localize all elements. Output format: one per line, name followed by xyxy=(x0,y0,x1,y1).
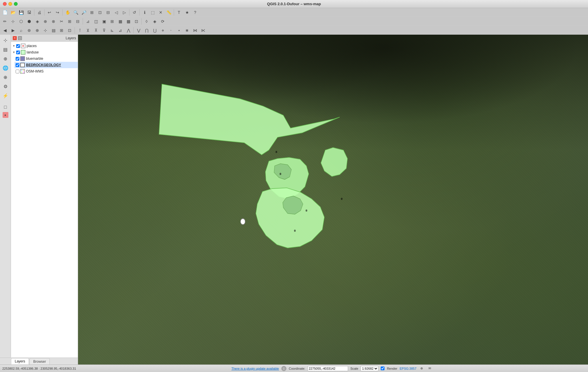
tab-browser[interactable]: Browser xyxy=(29,358,50,364)
misc6-button[interactable]: ⋆ xyxy=(175,27,183,34)
select-button[interactable]: ⬚ xyxy=(149,9,156,16)
edit-pencil-button[interactable]: ✏ xyxy=(1,18,9,25)
processing-sidebar-icon[interactable]: ⚡ xyxy=(1,91,10,100)
cursor-icon[interactable]: ⊹ xyxy=(1,36,10,44)
layer-item-bluemarble[interactable]: bluemarble xyxy=(14,55,78,62)
misc9-button[interactable]: ⋉ xyxy=(199,27,207,34)
edit-tool3-button[interactable]: ⬡ xyxy=(17,18,25,25)
plugin-sidebar-icon[interactable]: ⊕ xyxy=(1,54,10,63)
landuse-checkbox[interactable] xyxy=(16,51,20,54)
grass5-button[interactable]: ⊾ xyxy=(108,27,116,34)
misc1-button[interactable]: ⋁ xyxy=(135,27,142,34)
search2-button[interactable]: ⊛ xyxy=(25,27,33,34)
places-expand-icon[interactable]: ▼ xyxy=(12,44,16,48)
save-project-button[interactable]: 💾 xyxy=(17,9,25,16)
tools-sidebar-icon[interactable]: ⚙ xyxy=(1,82,10,91)
process1-button[interactable]: ▤ xyxy=(50,27,57,34)
layers-float-button[interactable]: ◻ xyxy=(18,36,22,40)
search1-button[interactable]: ⌕ xyxy=(17,27,25,34)
crs-button[interactable]: ⊕ xyxy=(419,366,425,371)
grass4-button[interactable]: ⊽ xyxy=(100,27,108,34)
web-sidebar-icon[interactable]: 🌐 xyxy=(1,64,10,72)
coordinate-input[interactable] xyxy=(308,366,348,371)
edit-tool4-button[interactable]: ⬢ xyxy=(25,18,33,25)
snap4-button[interactable]: ⊞ xyxy=(108,18,116,25)
grass6-button[interactable]: ⊿ xyxy=(117,27,124,34)
landuse-expand-icon[interactable]: ▼ xyxy=(12,51,16,54)
settings-sidebar-icon[interactable]: □ xyxy=(1,103,10,111)
new-project-button[interactable]: 📄 xyxy=(1,9,9,16)
identify-button[interactable]: ℹ xyxy=(141,9,148,16)
layer-item-places[interactable]: ▼ places xyxy=(11,43,78,49)
messages-button[interactable]: ✉ xyxy=(427,366,433,371)
layer-item-bedrockgeology[interactable]: BEDROCKGEOLOGY xyxy=(14,62,78,68)
open-project-button[interactable]: 📂 xyxy=(9,9,17,16)
render-checkbox[interactable] xyxy=(381,367,384,370)
save-as-button[interactable]: 🖫 xyxy=(25,9,33,16)
bedrockgeology-checkbox[interactable] xyxy=(16,63,19,67)
print-button[interactable]: 🖨 xyxy=(36,9,43,16)
grass2-button[interactable]: ⊻ xyxy=(84,27,92,34)
edit-tool5-button[interactable]: ◈ xyxy=(34,18,41,25)
edit-tool9-button[interactable]: ⊞ xyxy=(66,18,73,25)
plugin-update-link[interactable]: There is a plugin update available xyxy=(231,367,279,370)
zoom-selection-button[interactable]: ⊟ xyxy=(104,9,112,16)
nav1-button[interactable]: ◀ xyxy=(1,27,9,34)
search3-button[interactable]: ⊕ xyxy=(34,27,41,34)
zoom-last-button[interactable]: ◁ xyxy=(112,9,120,16)
misc4-button[interactable]: ⋄ xyxy=(159,27,167,34)
snap2-button[interactable]: ◫ xyxy=(92,18,100,25)
zoom-layer-button[interactable]: ⊡ xyxy=(96,9,104,16)
edit-node-button[interactable]: ⊹ xyxy=(9,18,17,25)
edit-tool10-button[interactable]: ⊟ xyxy=(74,18,82,25)
layer-item-landuse[interactable]: ▼ landuse xyxy=(11,49,78,55)
undo-button[interactable]: ↩ xyxy=(46,9,53,16)
deselect-button[interactable]: ✕ xyxy=(157,9,164,16)
refresh-button[interactable]: ↺ xyxy=(131,9,138,16)
maximize-button[interactable] xyxy=(14,2,18,6)
scale-select[interactable]: 1:92682 1:50000 1:25000 xyxy=(360,366,378,371)
tab-layers[interactable]: Layers xyxy=(11,358,29,364)
snap6-button[interactable]: ▩ xyxy=(125,18,132,25)
grass1-button[interactable]: ⊺ xyxy=(76,27,84,34)
map-canvas[interactable] xyxy=(78,35,588,364)
snap-button[interactable]: ⊿ xyxy=(84,18,92,25)
add-feature-button[interactable]: ★ xyxy=(183,9,191,16)
osmwms-checkbox[interactable] xyxy=(16,70,19,73)
zoom-full-button[interactable]: ⊞ xyxy=(88,9,96,16)
help-button[interactable]: ? xyxy=(191,9,199,16)
snap7-button[interactable]: ⊡ xyxy=(133,18,140,25)
bluemarble-checkbox[interactable] xyxy=(16,57,19,61)
snap3-button[interactable]: ▣ xyxy=(100,18,108,25)
label-button[interactable]: T xyxy=(175,9,183,16)
globe-sidebar-icon[interactable]: ⊕ xyxy=(1,73,10,81)
nav2-button[interactable]: ▶ xyxy=(9,27,17,34)
close-button[interactable] xyxy=(3,2,7,6)
minimize-button[interactable] xyxy=(8,2,12,6)
pan-button[interactable]: ✋ xyxy=(64,9,71,16)
extra-sidebar-icon[interactable]: ■ xyxy=(3,112,8,118)
zoom-out-button[interactable]: 🔎 xyxy=(80,9,88,16)
layer-item-osmwms[interactable]: OSM-WMS xyxy=(14,68,78,75)
misc8-button[interactable]: ⋈ xyxy=(191,27,199,34)
process3-button[interactable]: ⊡ xyxy=(66,27,73,34)
misc2-button[interactable]: ⋂ xyxy=(143,27,150,34)
edit-tool7-button[interactable]: ⊗ xyxy=(50,18,57,25)
zoom-in-button[interactable]: 🔍 xyxy=(72,9,79,16)
grass3-button[interactable]: ⊼ xyxy=(92,27,100,34)
zoom-next-button[interactable]: ▷ xyxy=(121,9,128,16)
places-checkbox[interactable] xyxy=(16,44,20,48)
process2-button[interactable]: ⊞ xyxy=(58,27,65,34)
misc5-button[interactable]: ⋅ xyxy=(167,27,175,34)
misc3-button[interactable]: ⋃ xyxy=(151,27,158,34)
adv3-button[interactable]: ⟳ xyxy=(159,18,167,25)
bookmark-button[interactable]: ⊹ xyxy=(42,27,49,34)
edit-tool8-button[interactable]: ✂ xyxy=(58,18,65,25)
layers-sidebar-icon[interactable]: ▤ xyxy=(1,45,10,54)
measure-button[interactable]: 📏 xyxy=(165,9,173,16)
adv2-button[interactable]: ◈ xyxy=(151,18,158,25)
grass7-button[interactable]: ⋀ xyxy=(125,27,132,34)
snap5-button[interactable]: ▦ xyxy=(117,18,124,25)
layers-close-button[interactable]: × xyxy=(13,36,17,40)
adv1-button[interactable]: ◊ xyxy=(143,18,150,25)
